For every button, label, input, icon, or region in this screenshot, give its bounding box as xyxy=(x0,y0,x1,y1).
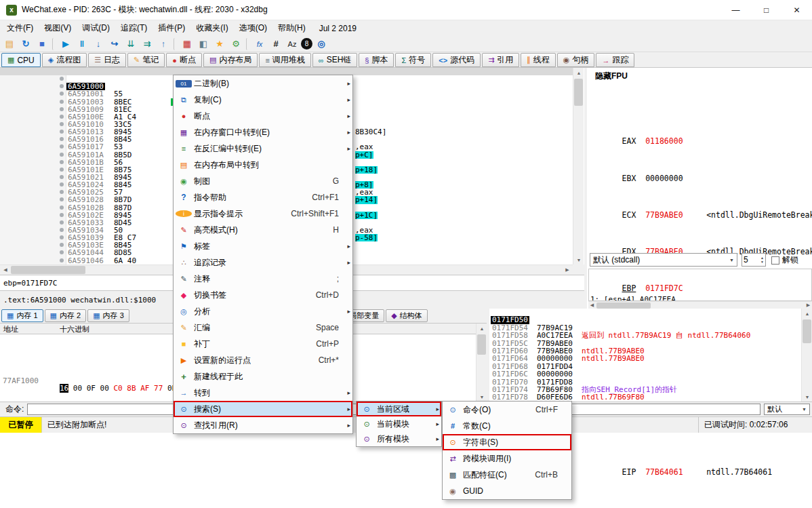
breakpoints-icon[interactable]: ▦ xyxy=(180,37,195,51)
scrollbar-thumb[interactable] xyxy=(574,79,583,106)
context-menu-item[interactable]: ? 指令帮助 Ctrl+F1 xyxy=(174,189,352,206)
stack-row[interactable]: 0171FD60 00000000 xyxy=(489,340,812,347)
trace-into-icon[interactable]: ⇊ xyxy=(123,37,138,51)
submenu-item[interactable]: ⊙ 当前区域 ▸ xyxy=(357,402,441,416)
tab-graph[interactable]: ◈ 流程图 xyxy=(42,53,87,67)
instruction-dot-icon[interactable] xyxy=(60,84,64,88)
tab-notes[interactable]: ✎ 笔记 xyxy=(127,53,165,67)
instruction-dot-icon[interactable] xyxy=(60,197,64,201)
instruction-dot-icon[interactable] xyxy=(60,137,64,141)
context-menu-item[interactable]: ⊙ 搜索(S) ▸ xyxy=(174,401,352,417)
submenu-item[interactable]: ⊙ 字符串(S) xyxy=(443,434,571,450)
instruction-dot-icon[interactable] xyxy=(60,122,64,126)
submenu-item[interactable]: ▩ 匹配特征(C) Ctrl+B xyxy=(443,467,571,483)
stack-row[interactable]: 0171FD6C 0171FDD8 指向SEH_Record[1]的指针 xyxy=(489,363,812,370)
pause-icon[interactable]: ‖ xyxy=(75,37,89,51)
instruction-dot-icon[interactable] xyxy=(60,153,64,157)
stack-vscrollbar[interactable]: ▲ ▼ xyxy=(801,309,812,402)
context-menu-item[interactable]: ● 断点 ▸ xyxy=(174,108,352,124)
memory-map-icon[interactable]: ◧ xyxy=(196,37,211,51)
scroll-down-icon[interactable]: ▼ xyxy=(802,392,812,402)
stack-row[interactable]: 0171FD68 00000000 xyxy=(489,355,812,362)
context-menu-item[interactable]: ✎ 汇编 Space xyxy=(174,319,352,336)
context-menu-item[interactable]: ⧉ 复制(C) ▸ xyxy=(174,92,352,108)
scroll-up-icon[interactable]: ▲ xyxy=(476,324,487,333)
instruction-dot-icon[interactable] xyxy=(60,235,64,239)
scrollbar-thumb[interactable] xyxy=(596,302,651,309)
register-line[interactable]: EBX 00000000 xyxy=(594,157,812,165)
az-icon[interactable]: Az xyxy=(285,37,300,51)
tab-cpu[interactable]: ▦ CPU xyxy=(1,53,41,67)
context-menu-item[interactable]: → 转到 ▸ xyxy=(174,385,352,401)
calling-convention-select[interactable]: 默认 (stdcall) ▼ xyxy=(590,253,737,267)
tab-dump-2[interactable]: ▦ 内存 2 xyxy=(45,309,87,322)
stack-row[interactable]: 0171FD70 77B69F80 ntdll.77B69F80 xyxy=(489,370,812,378)
dump-vscrollbar[interactable]: ▲ ▼ xyxy=(476,324,487,402)
instruction-dot-icon[interactable] xyxy=(60,168,64,172)
scroll-right-icon[interactable]: ▶ xyxy=(562,265,573,275)
scroll-up-icon[interactable]: ▲ xyxy=(573,68,584,77)
tab-references[interactable]: ⇉ 引用 xyxy=(482,53,519,67)
stack-row[interactable]: 0171FD58 77B9ABE0 ntdll.77B9ABE0 xyxy=(489,324,812,332)
register-line[interactable] xyxy=(594,488,812,496)
tab-seh[interactable]: ∞ SEH链 xyxy=(312,53,358,67)
submenu-item[interactable]: ⊙ 命令(O) Ctrl+F xyxy=(443,402,571,418)
tab-source[interactable]: <> 源代码 xyxy=(432,53,481,67)
tab-log[interactable]: ☰ 日志 xyxy=(88,53,126,67)
tab-trace[interactable]: → 跟踪 xyxy=(596,53,634,67)
context-menu-item[interactable]: ▦ 在内存窗口中转到(E) ▸ xyxy=(174,124,352,140)
menubar-item[interactable]: 插件(P) xyxy=(153,20,190,36)
tab-struct[interactable]: ◆ 结构体 xyxy=(386,309,427,322)
scroll-up-icon[interactable]: ▲ xyxy=(802,309,812,318)
arg-count-spinner[interactable]: 5 ▲▼ xyxy=(742,253,766,267)
context-menu-item[interactable]: ✎ 注释 ; xyxy=(174,271,352,287)
context-menu-item[interactable]: + 新建线程于此 xyxy=(174,368,352,385)
menubar-item[interactable]: 视图(V) xyxy=(39,20,77,36)
tab-threads[interactable]: ∥ 线程 xyxy=(521,53,556,67)
instruction-dot-icon[interactable] xyxy=(60,107,64,111)
submenu-item[interactable]: ⇄ 跨模块调用(I) xyxy=(443,450,571,467)
stack-row[interactable]: 0171FD7C 0171FD8C xyxy=(489,393,812,401)
submenu-item[interactable]: ◉ GUID xyxy=(443,483,571,499)
stack-row[interactable]: 0171FD5C 77B9ABE0 ntdll.77B9ABE0 xyxy=(489,332,812,339)
step-over-icon[interactable]: ↪ xyxy=(107,37,122,51)
instruction-dot-icon[interactable] xyxy=(60,130,64,134)
tab-call-stack[interactable]: ≡ 调用堆栈 xyxy=(259,53,310,67)
register-line[interactable]: EIP 77B64061 ntdll.77B64061 xyxy=(594,452,812,460)
hash-icon[interactable]: # xyxy=(268,37,283,51)
instruction-dot-icon[interactable] xyxy=(60,213,64,217)
hide-fpu-label[interactable]: 隐藏FPU xyxy=(595,71,628,82)
instruction-dot-icon[interactable] xyxy=(60,160,64,164)
context-menu-item[interactable]: ◎ 分析 ▸ xyxy=(174,303,352,319)
eight-ball-icon[interactable]: 8 xyxy=(301,38,312,50)
tab-handles[interactable]: ◉ 句柄 xyxy=(557,53,595,67)
scroll-left-icon[interactable]: ◀ xyxy=(0,265,11,275)
tab-dump-3[interactable]: ▦ 内存 3 xyxy=(87,309,129,322)
register-line[interactable]: EDX 77B9ABE0 <ntdll.DbgUiRemoteBreakin> xyxy=(594,231,812,239)
scroll-down-icon[interactable]: ▼ xyxy=(476,392,487,402)
favourites-icon[interactable]: ★ xyxy=(212,37,227,51)
tab-symbols[interactable]: Σ 符号 xyxy=(395,53,431,67)
disassembly-vscrollbar[interactable]: ▲ ▼ xyxy=(573,68,584,265)
stack-row[interactable]: 0171FD54 A0C17EEA xyxy=(489,316,812,324)
instruction-dot-icon[interactable] xyxy=(60,92,64,96)
scroll-down-icon[interactable]: ▼ xyxy=(573,255,584,265)
register-line[interactable]: ECX 77B9ABE0 <ntdll.DbgUiRemoteBreakin> xyxy=(594,194,812,202)
context-menu-item[interactable]: i 显示指令提示 Ctrl+Shift+F1 xyxy=(174,206,352,222)
system-search-icon[interactable]: ◎ xyxy=(314,37,329,51)
menubar-item[interactable]: 帮助(H) xyxy=(272,20,311,36)
minimize-button[interactable]: — xyxy=(720,0,751,20)
run-icon[interactable]: ▶ xyxy=(58,37,73,51)
context-menu-item[interactable]: ≡ 在反汇编中转到(E) ▸ xyxy=(174,140,352,157)
tab-memory-map[interactable]: ▤ 内存布局 xyxy=(203,53,258,67)
stack-row[interactable]: 0171FD78 00000000 xyxy=(489,386,812,393)
command-profile-select[interactable]: 默认 ▼ xyxy=(764,404,810,415)
menubar-item[interactable]: 选项(O) xyxy=(234,20,272,36)
instruction-dot-icon[interactable] xyxy=(60,243,64,247)
stack-row[interactable]: 0171FD64 0171FDD4 xyxy=(489,347,812,355)
call-argument[interactable]: 1: [esp+4] A0C17EEA xyxy=(590,296,811,301)
instruction-dot-icon[interactable] xyxy=(60,115,64,119)
menubar-item[interactable]: 文件(F) xyxy=(1,20,39,36)
stop-icon[interactable]: ■ xyxy=(35,37,49,51)
context-menu-item[interactable]: ◆ 切换书签 Ctrl+D xyxy=(174,287,352,303)
